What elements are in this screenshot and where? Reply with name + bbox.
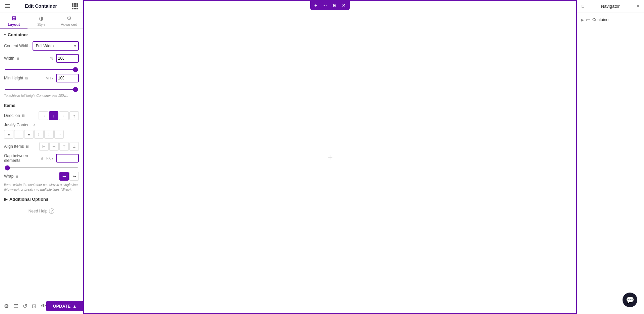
container-section-title: Container	[8, 32, 28, 37]
nav-item-chevron-icon: ▶	[581, 18, 584, 22]
canvas-duplicate-btn[interactable]: ⊕	[331, 2, 338, 9]
direction-monitor-icon: 🖥	[21, 114, 25, 118]
width-slider[interactable]	[5, 69, 78, 70]
tab-advanced-label: Advanced	[61, 22, 77, 26]
min-height-field-row: Min Height 🖥 VH ▾	[4, 74, 79, 82]
update-button[interactable]: UPDATE ▲	[46, 301, 83, 311]
canvas-center-add-icon[interactable]: +	[327, 152, 333, 163]
hamburger-icon[interactable]	[5, 4, 10, 8]
justify-monitor-icon: 🖥	[32, 123, 36, 127]
navigator-close-btn[interactable]: ✕	[636, 3, 640, 9]
canvas-area: + ⋯ ⊕ ✕ +	[83, 0, 577, 314]
tabs-bar: ⊞ Layout ◑ Style ⚙ Advanced	[0, 12, 83, 29]
align-end-btn[interactable]: ⊤	[59, 142, 69, 151]
update-chevron-icon: ▲	[72, 304, 76, 309]
min-height-slider-row	[4, 86, 79, 91]
justify-between-btn[interactable]: ⁞	[34, 130, 44, 139]
gap-label: Gap between elements 🖥	[4, 153, 44, 163]
align-items-field: Align Items 🖥 ⊢ ⊣ ⊤ ⊥	[4, 142, 79, 151]
nowrap-btn[interactable]: ↦	[59, 172, 69, 181]
min-height-unit-label: VH ▾	[46, 76, 53, 80]
justify-start-btn[interactable]: ≡	[4, 130, 13, 139]
tab-layout[interactable]: ⊞ Layout	[0, 12, 28, 28]
panel-footer: ⚙ ☰ ↺ ⊡ 👁 UPDATE ▲	[0, 298, 83, 314]
panel-title: Edit Container	[25, 3, 57, 9]
wrap-btn-group: ↦ ↪	[59, 172, 79, 181]
help-label: Need Help	[29, 209, 48, 213]
additional-options-section: ▶ Additional Options	[4, 197, 79, 202]
wrap-hint: Items within the container can stay in a…	[4, 183, 79, 192]
content-width-select-wrapper: Full Width Boxed	[33, 41, 79, 51]
history-icon[interactable]: ↺	[23, 303, 27, 309]
chat-icon: 💬	[626, 296, 634, 304]
navigator-title: Navigator	[601, 4, 620, 9]
chat-bubble[interactable]: 💬	[623, 293, 637, 307]
preview-icon[interactable]: 👁	[41, 303, 46, 309]
justify-center-btn[interactable]: ⋮	[14, 130, 23, 139]
justify-end-btn[interactable]: ≡	[24, 130, 34, 139]
direction-column-btn[interactable]: ↓	[49, 111, 58, 120]
min-height-input-group	[56, 74, 79, 82]
align-start-btn[interactable]: ⊢	[39, 142, 49, 151]
gap-slider-row	[4, 164, 79, 169]
direction-row-btn[interactable]: →	[39, 111, 48, 120]
help-section[interactable]: Need Help ?	[4, 204, 79, 218]
gap-monitor-icon: 🖥	[40, 156, 44, 160]
wrap-label: Wrap 🖥	[4, 174, 57, 179]
min-height-input[interactable]	[57, 74, 70, 82]
layout-icon: ⊞	[12, 15, 16, 21]
container-section-header[interactable]: ▾ Container	[4, 32, 79, 37]
tab-layout-label: Layout	[8, 22, 20, 26]
style-icon: ◑	[39, 15, 44, 21]
wrap-btn[interactable]: ↪	[69, 172, 79, 181]
canvas-add-btn[interactable]: +	[313, 2, 318, 9]
chevron-down-icon: ▾	[4, 33, 6, 37]
align-center-btn[interactable]: ⊣	[49, 142, 59, 151]
tab-style[interactable]: ◑ Style	[28, 12, 55, 28]
align-stretch-btn[interactable]: ⊥	[69, 142, 79, 151]
help-icon: ?	[49, 208, 54, 214]
direction-row-reverse-btn[interactable]: ←	[59, 111, 69, 120]
update-label: UPDATE	[53, 304, 70, 309]
min-height-label: Min Height 🖥	[4, 76, 43, 80]
navigator-expand-icon: ◻	[581, 4, 585, 8]
advanced-icon: ⚙	[67, 15, 71, 21]
canvas-inner: + ⋯ ⊕ ✕ +	[84, 1, 576, 313]
min-height-slider[interactable]	[5, 89, 78, 90]
tab-style-label: Style	[37, 22, 45, 26]
align-items-label: Align Items 🖥	[4, 144, 37, 149]
canvas-move-btn[interactable]: ⋯	[321, 2, 328, 9]
canvas-close-btn[interactable]: ✕	[340, 2, 347, 9]
direction-column-reverse-btn[interactable]: ↑	[69, 111, 79, 120]
justify-around-btn[interactable]: ⁚	[44, 130, 54, 139]
navigator-content: ▶ ▭ Container	[577, 12, 644, 27]
gap-slider[interactable]	[5, 167, 78, 168]
min-height-monitor-icon: 🖥	[24, 76, 28, 80]
width-slider-row	[4, 66, 79, 71]
grid-icon[interactable]	[72, 3, 78, 9]
min-height-hint: To achieve full height Container use 100…	[4, 93, 79, 98]
navigator-item[interactable]: ▶ ▭ Container	[577, 15, 644, 24]
gap-input[interactable]	[57, 154, 70, 162]
gap-unit-label: PX ▾	[46, 156, 53, 160]
additional-options-header[interactable]: ▶ Additional Options	[4, 197, 79, 202]
gap-field-row: Gap between elements 🖥 PX ▾	[4, 153, 79, 163]
monitor-icon: 🖥	[16, 56, 19, 60]
panel-content: ▾ Container Content Width Full Width Box…	[0, 29, 83, 298]
responsive-icon[interactable]: ⊡	[32, 303, 36, 309]
footer-icons: ⚙ ☰ ↺ ⊡ 👁	[4, 303, 46, 309]
canvas-toolbar: + ⋯ ⊕ ✕	[310, 1, 350, 10]
settings-icon[interactable]: ⚙	[4, 303, 9, 309]
content-width-field: Content Width Full Width Boxed	[4, 41, 79, 51]
gap-input-group	[56, 154, 79, 163]
layers-icon[interactable]: ☰	[13, 303, 18, 309]
direction-field: Direction 🖥 → ↓ ← ↑	[4, 111, 79, 120]
right-panel: ◻ Navigator ✕ ▶ ▭ Container	[577, 0, 644, 314]
justify-evenly-btn[interactable]: ⋯	[54, 130, 64, 139]
content-width-select[interactable]: Full Width Boxed	[33, 41, 79, 51]
tab-advanced[interactable]: ⚙ Advanced	[55, 12, 83, 28]
width-input[interactable]: 100	[57, 55, 70, 62]
additional-options-title: Additional Options	[9, 197, 48, 202]
wrap-field: Wrap 🖥 ↦ ↪	[4, 172, 79, 181]
width-unit-label: %	[50, 57, 53, 60]
